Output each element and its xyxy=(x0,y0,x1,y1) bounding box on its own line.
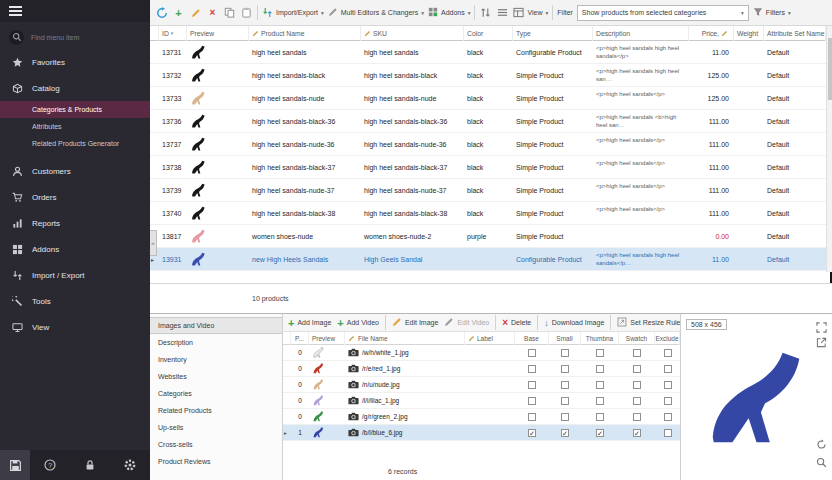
product-row[interactable]: 13731high heel sandalshigh heel sandalsb… xyxy=(150,41,826,64)
add-video-button[interactable]: +Add Video xyxy=(337,318,379,328)
paste-icon[interactable] xyxy=(240,6,253,20)
add-image-button[interactable]: +Add Image xyxy=(288,318,331,328)
zoom-icon[interactable] xyxy=(816,454,827,472)
checkbox[interactable] xyxy=(561,381,569,389)
sidebar-item-orders[interactable]: Orders xyxy=(0,184,150,210)
tab-up-sells[interactable]: Up-sells xyxy=(150,419,282,436)
tab-description[interactable]: Description xyxy=(150,334,282,351)
col-product-name[interactable]: Product Name xyxy=(249,26,361,41)
filters-button[interactable]: Filters ▾ xyxy=(753,7,791,18)
image-row[interactable]: 0/l/i/lilac_1.jpg xyxy=(283,393,680,409)
settings-gear-icon[interactable] xyxy=(110,459,150,471)
checkbox[interactable]: ✓ xyxy=(633,429,641,437)
checkbox[interactable]: ✓ xyxy=(528,429,536,437)
col-id[interactable]: ID ▾ xyxy=(159,26,187,41)
product-row[interactable]: 13737high heel sandals-nude-36high heel … xyxy=(150,133,826,156)
panel-collapse-handle[interactable]: « xyxy=(150,230,157,256)
delete-image-button[interactable]: ×Delete xyxy=(502,317,531,328)
col-preview[interactable]: Preview xyxy=(187,26,249,41)
view-menu[interactable]: View ▾ xyxy=(513,7,548,19)
image-row[interactable]: 0/r/e/red_1.jpg xyxy=(283,361,680,377)
col-color[interactable]: Color xyxy=(464,26,513,41)
col-sku[interactable]: SKU xyxy=(361,26,464,41)
tab-product-reviews[interactable]: Product Reviews xyxy=(150,453,282,470)
checkbox[interactable] xyxy=(664,413,672,421)
col-weight[interactable]: Weight xyxy=(734,26,764,41)
checkbox[interactable] xyxy=(528,397,536,405)
image-row[interactable]: ▸1/b/l/blue_6.jpg✓✓✓✓ xyxy=(283,425,680,441)
add-product-button[interactable]: + xyxy=(172,6,185,20)
list-icon[interactable] xyxy=(496,6,509,20)
image-row[interactable]: 0/n/u/nude.jpg xyxy=(283,377,680,393)
multi-editors-menu[interactable]: Multi Editors & Changers ▾ xyxy=(328,7,424,18)
download-image-button[interactable]: ↓Download Image xyxy=(544,318,604,328)
col-swatch[interactable]: Swatch xyxy=(619,332,655,345)
lock-icon[interactable] xyxy=(70,459,110,471)
checkbox[interactable] xyxy=(528,381,536,389)
tab-websites[interactable]: Websites xyxy=(150,368,282,385)
col-position[interactable]: P... xyxy=(291,332,309,345)
checkbox[interactable] xyxy=(596,381,604,389)
checkbox[interactable] xyxy=(664,349,672,357)
col-file-name[interactable]: File Name xyxy=(345,332,465,345)
save-icon[interactable] xyxy=(0,450,30,480)
tab-images-and-video[interactable]: Images and Video xyxy=(150,317,282,334)
checkbox[interactable] xyxy=(633,349,641,357)
checkbox[interactable] xyxy=(528,365,536,373)
checkbox[interactable]: ✓ xyxy=(561,429,569,437)
import-export-menu[interactable]: Import/Export ▾ xyxy=(262,7,324,19)
product-row[interactable]: 13732high heel sandals-blackhigh heel sa… xyxy=(150,64,826,87)
menu-icon[interactable] xyxy=(9,6,22,16)
product-row[interactable]: ▸13931new High Heels SandalsHigh Geels S… xyxy=(150,248,826,271)
col-base[interactable]: Base xyxy=(515,332,549,345)
sidebar-search-input[interactable]: Find menu item xyxy=(0,25,150,49)
checkbox[interactable] xyxy=(596,349,604,357)
checkbox[interactable] xyxy=(633,381,641,389)
sidebar-item-tools[interactable]: Tools xyxy=(0,288,150,314)
col-thumbnail[interactable]: Thumbna xyxy=(581,332,619,345)
checkbox[interactable] xyxy=(633,365,641,373)
sidebar-item-categories-products[interactable]: Categories & Products xyxy=(0,101,150,118)
delete-x-icon[interactable]: × xyxy=(206,6,219,20)
checkbox[interactable] xyxy=(561,397,569,405)
checkbox[interactable] xyxy=(561,365,569,373)
checkbox[interactable]: ✓ xyxy=(596,429,604,437)
sidebar-item-attributes[interactable]: Attributes xyxy=(0,118,150,135)
col-price[interactable]: Price, xyxy=(689,26,734,41)
checkbox[interactable] xyxy=(528,413,536,421)
sidebar-item-import-export[interactable]: Import / Export xyxy=(0,262,150,288)
col-description[interactable]: Description xyxy=(593,26,689,41)
sidebar-item-catalog[interactable]: Catalog xyxy=(0,75,150,101)
sidebar-item-customers[interactable]: Customers xyxy=(0,158,150,184)
refresh-icon[interactable] xyxy=(155,6,168,20)
col-small[interactable]: Small xyxy=(549,332,581,345)
checkbox[interactable] xyxy=(561,413,569,421)
addons-menu[interactable]: Addons ▾ xyxy=(428,7,471,18)
checkbox[interactable] xyxy=(664,397,672,405)
set-resize-rule-button[interactable]: Set Resize Rule xyxy=(617,317,680,328)
checkbox[interactable] xyxy=(596,365,604,373)
tab-categories[interactable]: Categories xyxy=(150,385,282,402)
product-row[interactable]: 13739high heel sandals-nude-37high heel … xyxy=(150,179,826,202)
col-label-col[interactable]: Label xyxy=(465,332,515,345)
edit-video-button[interactable]: Edit Video xyxy=(444,317,489,328)
sidebar-item-related-products-generator[interactable]: Related Products Generator xyxy=(0,135,150,152)
product-row[interactable]: 13740high heel sandals-black-38high heel… xyxy=(150,202,826,225)
checkbox[interactable] xyxy=(664,365,672,373)
checkbox[interactable] xyxy=(664,381,672,389)
tab-related-products[interactable]: Related Products xyxy=(150,402,282,419)
col-preview[interactable]: Preview xyxy=(309,332,345,345)
tab-inventory[interactable]: Inventory xyxy=(150,351,282,368)
copy-icon[interactable] xyxy=(223,6,236,20)
checkbox[interactable] xyxy=(664,429,672,437)
checkbox[interactable] xyxy=(561,349,569,357)
rotate-icon[interactable] xyxy=(816,436,827,454)
col-type[interactable]: Type xyxy=(513,26,593,41)
sidebar-item-view[interactable]: View xyxy=(0,314,150,340)
checkbox[interactable] xyxy=(596,397,604,405)
image-row[interactable]: 0/w/h/white_1.jpg xyxy=(283,345,680,361)
products-scrollbar[interactable] xyxy=(826,26,832,272)
col-attribute-set-name[interactable]: Attribute Set Name xyxy=(764,26,826,41)
image-row[interactable]: 0/g/r/green_2.jpg xyxy=(283,409,680,425)
category-filter-select[interactable]: Show products from selected categories ▾ xyxy=(577,5,749,21)
